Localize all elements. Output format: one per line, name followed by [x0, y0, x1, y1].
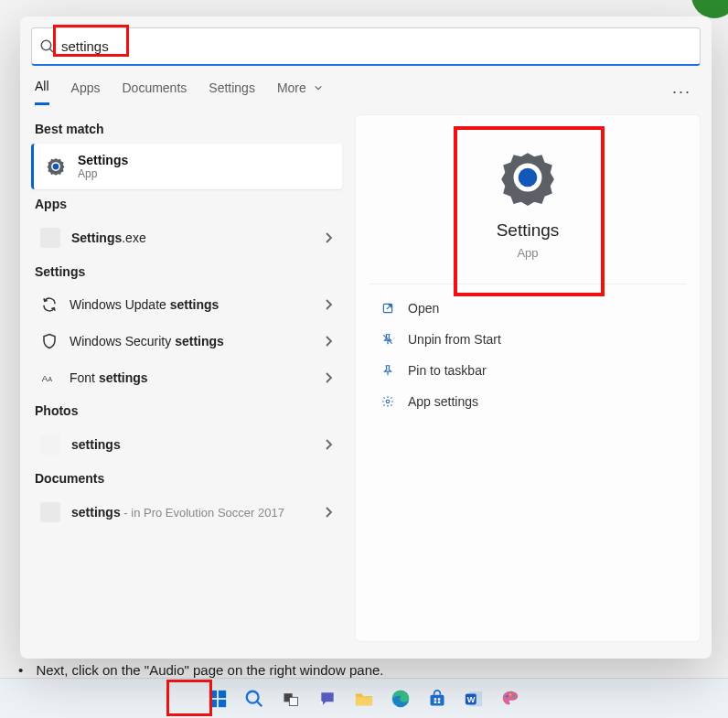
chat-icon: [318, 690, 337, 708]
section-settings: Settings: [31, 257, 342, 286]
chevron-right-icon: [324, 438, 333, 451]
tab-documents[interactable]: Documents: [122, 80, 187, 104]
search-row: [20, 16, 712, 66]
palette-icon: [500, 689, 520, 709]
tab-more-label: More: [277, 80, 306, 95]
svg-line-18: [257, 701, 262, 706]
results-left-column: Best match Settings App Apps Settings.ex…: [31, 114, 342, 642]
svg-rect-28: [438, 701, 441, 703]
paint-button[interactable]: [497, 685, 524, 713]
action-unpin-start[interactable]: Unpin from Start: [375, 328, 680, 350]
search-icon: [244, 689, 264, 709]
task-view-button[interactable]: [277, 685, 305, 713]
preview-header[interactable]: Settings App: [369, 129, 686, 284]
task-view-icon: [282, 690, 300, 708]
app-thumb-icon: [40, 228, 60, 248]
store-button[interactable]: [423, 685, 451, 713]
svg-rect-15: [209, 699, 217, 706]
svg-point-33: [509, 693, 511, 695]
photo-thumb-icon: [40, 434, 60, 455]
behind-text-content: Next, click on the "Audio" page on the r…: [36, 662, 383, 678]
preview-actions: Open Unpin from Start Pin to taskbar: [369, 284, 686, 425]
svg-rect-25: [434, 698, 437, 701]
result-settings-exe[interactable]: Settings.exe: [31, 219, 342, 257]
file-explorer-button[interactable]: [350, 685, 378, 713]
section-best-match: Best match: [31, 114, 342, 144]
svg-rect-22: [356, 697, 372, 705]
action-label: Pin to taskbar: [408, 363, 487, 378]
result-label: settings: [71, 437, 313, 452]
svg-rect-14: [219, 690, 226, 697]
result-windows-update-settings[interactable]: Windows Update settings: [31, 286, 342, 323]
store-icon: [428, 690, 446, 708]
more-options-button[interactable]: ···: [672, 82, 697, 102]
result-document-settings[interactable]: settings - in Pro Evolution Soccer 2017: [31, 493, 342, 531]
action-pin-taskbar[interactable]: Pin to taskbar: [375, 359, 680, 381]
svg-line-1: [49, 48, 53, 52]
chevron-right-icon: [324, 506, 333, 519]
result-label: Font settings: [70, 370, 313, 385]
word-icon: W: [464, 689, 484, 709]
svg-point-3: [53, 164, 59, 170]
page-body-text: • Next, click on the "Audio" page on the…: [18, 662, 383, 678]
tab-settings[interactable]: Settings: [209, 80, 255, 104]
chevron-down-icon: [314, 83, 323, 92]
word-button[interactable]: W: [460, 685, 487, 713]
chevron-right-icon: [324, 371, 333, 384]
refresh-icon: [40, 295, 59, 314]
result-label: Windows Update settings: [70, 297, 313, 312]
action-label: App settings: [408, 394, 478, 409]
best-match-title: Settings: [78, 153, 128, 167]
preview-pane: Settings App Open Unpin from Start: [355, 114, 701, 642]
svg-point-17: [247, 691, 259, 702]
action-app-settings[interactable]: App settings: [375, 391, 680, 413]
svg-point-0: [41, 40, 51, 50]
search-box[interactable]: [31, 27, 701, 66]
svg-rect-16: [219, 699, 226, 706]
start-button[interactable]: [204, 685, 231, 713]
svg-rect-13: [209, 690, 217, 697]
tab-more[interactable]: More: [277, 80, 323, 104]
chat-button[interactable]: [314, 685, 341, 713]
result-label: Settings.exe: [71, 230, 313, 245]
bullet: •: [18, 662, 23, 678]
taskbar: W: [0, 678, 728, 718]
action-open[interactable]: Open: [375, 297, 680, 319]
chevron-right-icon: [324, 335, 333, 348]
results-body: Best match Settings App Apps Settings.ex…: [20, 105, 712, 659]
svg-text:A: A: [48, 376, 53, 382]
svg-rect-24: [431, 694, 444, 705]
open-icon: [380, 301, 395, 316]
action-label: Unpin from Start: [408, 332, 501, 347]
best-match-result[interactable]: Settings App: [31, 144, 342, 189]
shield-icon: [40, 332, 59, 350]
svg-rect-20: [289, 697, 297, 705]
svg-text:A: A: [42, 373, 48, 383]
edge-button[interactable]: [387, 685, 414, 713]
section-photos: Photos: [31, 396, 342, 425]
result-font-settings[interactable]: AA Font settings: [31, 359, 342, 396]
svg-point-12: [386, 400, 390, 403]
result-windows-security-settings[interactable]: Windows Security settings: [31, 323, 342, 359]
chevron-right-icon: [324, 298, 333, 311]
tab-apps[interactable]: Apps: [71, 80, 101, 104]
section-apps: Apps: [31, 189, 342, 219]
chevron-right-icon: [324, 231, 333, 244]
edge-icon: [391, 689, 411, 709]
result-label: settings - in Pro Evolution Soccer 2017: [71, 505, 313, 520]
svg-rect-26: [438, 698, 441, 701]
section-documents: Documents: [31, 464, 342, 493]
taskbar-search-button[interactable]: [241, 685, 268, 713]
search-input[interactable]: [61, 38, 692, 54]
tab-all[interactable]: All: [35, 79, 49, 105]
search-results-panel: All Apps Documents Settings More ··· Bes…: [20, 16, 712, 659]
action-label: Open: [408, 301, 439, 316]
gear-icon: [498, 147, 558, 208]
gear-icon: [45, 155, 67, 177]
doc-thumb-icon: [40, 502, 60, 522]
preview-sub: App: [369, 246, 686, 260]
bg-artifact-circle: [691, 0, 728, 18]
folder-icon: [354, 690, 374, 708]
svg-point-32: [506, 695, 508, 697]
result-photo-settings[interactable]: settings: [31, 425, 342, 464]
